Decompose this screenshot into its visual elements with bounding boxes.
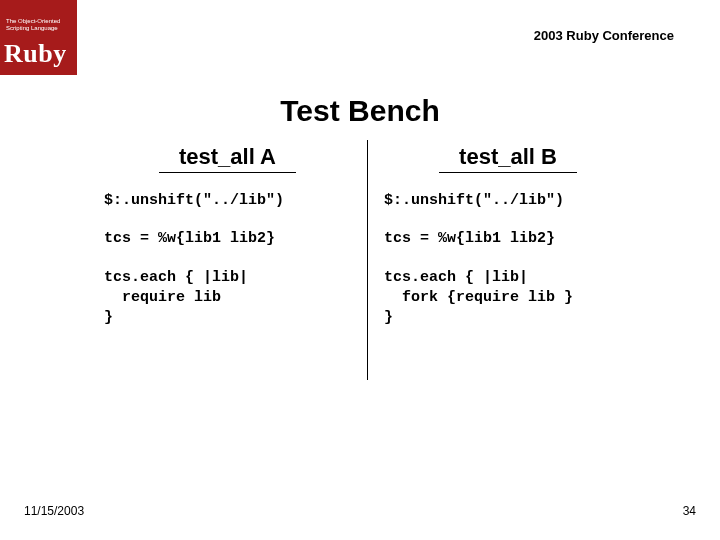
- ruby-logo: The Object-Oriented Scripting Language R…: [0, 0, 77, 75]
- column-b-code-3: tcs.each { |lib| fork {require lib } }: [384, 268, 640, 329]
- column-a-heading: test_all A: [159, 144, 296, 173]
- logo-name: Ruby: [4, 39, 67, 69]
- column-a-code-3: tcs.each { |lib| require lib }: [104, 268, 359, 329]
- slide-title: Test Bench: [0, 94, 720, 128]
- column-b-heading: test_all B: [439, 144, 577, 173]
- slide: The Object-Oriented Scripting Language R…: [0, 0, 720, 540]
- column-a-code-2: tcs = %w{lib1 lib2}: [104, 229, 359, 249]
- column-a: test_all A $:.unshift("../lib") tcs = %w…: [88, 140, 368, 380]
- footer-page-number: 34: [683, 504, 696, 518]
- columns-container: test_all A $:.unshift("../lib") tcs = %w…: [88, 140, 648, 380]
- conference-header: 2003 Ruby Conference: [534, 28, 674, 43]
- column-b-code-2: tcs = %w{lib1 lib2}: [384, 229, 640, 249]
- column-a-code-1: $:.unshift("../lib"): [104, 191, 359, 211]
- footer-date: 11/15/2003: [24, 504, 84, 518]
- column-b-code-1: $:.unshift("../lib"): [384, 191, 640, 211]
- logo-tagline: The Object-Oriented Scripting Language: [6, 18, 72, 31]
- column-b: test_all B $:.unshift("../lib") tcs = %w…: [368, 140, 648, 380]
